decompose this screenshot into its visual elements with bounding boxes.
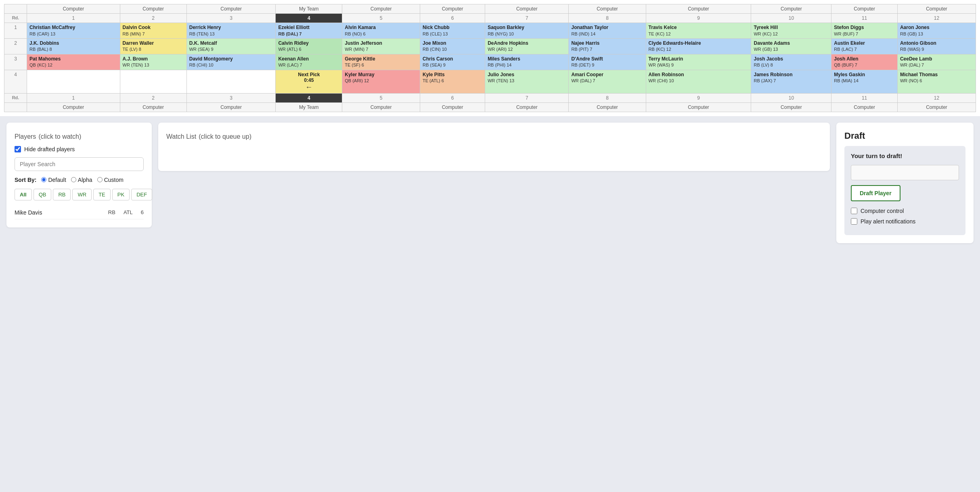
pick-r1-c10[interactable]: Tyreek HillWR (KC) 12 [751, 23, 831, 39]
draft-player-input[interactable] [851, 165, 959, 180]
pick-r4-c9[interactable]: Allen RobinsonWR (CHI) 10 [646, 70, 751, 93]
pick-r4-c10[interactable]: James RobinsonRB (JAX) 7 [751, 70, 831, 93]
round-num-11: 11 [831, 14, 898, 23]
sort-row: Sort By: Default Alpha Custom [15, 177, 144, 183]
play-alerts-checkbox[interactable] [851, 218, 857, 225]
team-col-10: Computer [751, 4, 831, 14]
team-col-3: Computer [186, 4, 276, 14]
round-num-1: 1 [27, 14, 120, 23]
pick-r3-c6[interactable]: Chris CarsonRB (SEA) 9 [420, 54, 485, 70]
pick-r4-c5[interactable]: Kyler MurrayQB (ARI) 12 [342, 70, 420, 93]
filter-tab-rb[interactable]: RB [53, 189, 71, 200]
pick-r4-c6[interactable]: Kyle PittsTE (ATL) 6 [420, 70, 485, 93]
filter-tab-all[interactable]: All [15, 189, 32, 200]
pick-r4-c11[interactable]: Myles GaskinRB (MIA) 14 [831, 70, 898, 93]
filter-tab-wr[interactable]: WR [72, 189, 92, 200]
pick-r4-c8[interactable]: Amari CooperWR (DAL) 7 [569, 70, 646, 93]
sort-alpha[interactable]: Alpha [71, 177, 92, 183]
watchlist-title-sub: (click to queue up) [199, 133, 251, 140]
sort-custom[interactable]: Custom [97, 177, 124, 183]
pick-r3-c9[interactable]: Terry McLaurinWR (WAS) 9 [646, 54, 751, 70]
team-col-5: Computer [342, 4, 420, 14]
round-num-3: 3 [186, 14, 276, 23]
filter-tab-pk[interactable]: PK [112, 189, 130, 200]
team-col-6: Computer [420, 4, 485, 14]
round-4-row: 4 Next Pick 0:45 ← Kyler MurrayQB (ARI) … [4, 70, 976, 93]
pick-r1-c8[interactable]: Jonathan TaylorRB (IND) 14 [569, 23, 646, 39]
pick-r1-c9[interactable]: Travis KelceTE (KC) 12 [646, 23, 751, 39]
pick-r3-c12[interactable]: CeeDee LambWR (DAL) 7 [897, 54, 976, 70]
pick-r2-c4-myteam[interactable]: Calvin RidleyWR (ATL) 6 [276, 38, 342, 54]
draft-table: Computer Computer Computer My Team Compu… [4, 4, 976, 112]
pick-r1-c7[interactable]: Saquon BarkleyRB (NYG) 10 [485, 23, 569, 39]
team-col-4-myteam: My Team [276, 4, 342, 14]
pick-r1-c4-myteam[interactable]: Ezekiel ElliottRB (DAL) 7 [276, 23, 342, 39]
pick-r2-c8[interactable]: Najee HarrisRB (PIT) 7 [569, 38, 646, 54]
pick-r1-c11[interactable]: Stefon DiggsWR (BUF) 7 [831, 23, 898, 39]
pick-r3-c7[interactable]: Miles SandersRB (PHI) 14 [485, 54, 569, 70]
next-pick-time: 0:45 [278, 77, 339, 83]
draft-player-button[interactable]: Draft Player [851, 185, 900, 201]
pick-r3-c11[interactable]: Josh AllenQB (BUF) 7 [831, 54, 898, 70]
pick-r3-c2[interactable]: A.J. BrownWR (TEN) 13 [120, 54, 186, 70]
pick-r2-c12[interactable]: Antonio GibsonRB (WAS) 9 [897, 38, 976, 54]
pick-r2-c11[interactable]: Austin EkelerRB (LAC) 7 [831, 38, 898, 54]
hide-drafted-label: Hide drafted players [24, 146, 75, 152]
pick-r2-c3[interactable]: D.K. MetcalfWR (SEA) 9 [186, 38, 276, 54]
pick-r3-c5[interactable]: George KittleTE (SF) 6 [342, 54, 420, 70]
pick-r1-c3[interactable]: Derrick HenryRB (TEN) 13 [186, 23, 276, 39]
pick-r2-c10[interactable]: Davante AdamsWR (GB) 13 [751, 38, 831, 54]
pick-r4-c7[interactable]: Julio JonesWR (TEN) 13 [485, 70, 569, 93]
round-num-9: 9 [646, 14, 751, 23]
round-num-8: 8 [569, 14, 646, 23]
pick-r2-c9[interactable]: Clyde Edwards-HelaireRB (KC) 12 [646, 38, 751, 54]
pick-r1-c5[interactable]: Alvin KamaraRB (NO) 6 [342, 23, 420, 39]
team-col-11: Computer [831, 4, 898, 14]
player-detail: RB ATL 6 [108, 209, 144, 215]
pick-r1-c2[interactable]: Dalvin CookRB (MIN) 7 [120, 23, 186, 39]
sort-alpha-radio[interactable] [71, 177, 76, 182]
hide-drafted-row: Hide drafted players [15, 146, 144, 152]
pick-r1-c12[interactable]: Aaron JonesRB (GB) 13 [897, 23, 976, 39]
filter-tab-qb[interactable]: QB [34, 189, 52, 200]
round-1-row: 1 Christian McCaffreyRB (CAR) 13 Dalvin … [4, 23, 976, 39]
team-col-8: Computer [569, 4, 646, 14]
round-3-label: 3 [4, 54, 27, 70]
pick-r3-c1[interactable]: Pat MahomesQB (KC) 12 [27, 54, 120, 70]
pick-r3-c4-myteam[interactable]: Keenan AllenWR (LAC) 7 [276, 54, 342, 70]
pick-r4-c3-empty [186, 70, 276, 93]
pick-r3-c8[interactable]: D'Andre SwiftRB (DET) 9 [569, 54, 646, 70]
next-pick-label: Next Pick [278, 72, 339, 77]
pick-r2-c7[interactable]: DeAndre HopkinsWR (ARI) 12 [485, 38, 569, 54]
pick-r4-c1-empty [27, 70, 120, 93]
next-pick-cell: Next Pick 0:45 ← [276, 70, 342, 93]
pick-r2-c6[interactable]: Joe MixonRB (CIN) 10 [420, 38, 485, 54]
search-input[interactable] [15, 157, 144, 171]
player-list-row[interactable]: Mike Davis RB ATL 6 [15, 206, 144, 219]
pick-r2-c1[interactable]: J.K. DobbinsRB (BAL) 8 [27, 38, 120, 54]
pick-r4-c12[interactable]: Michael ThomasWR (NO) 6 [897, 70, 976, 93]
computer-control-checkbox[interactable] [851, 208, 857, 214]
pick-r3-c10[interactable]: Josh JacobsRB (LV) 8 [751, 54, 831, 70]
player-round: 6 [141, 209, 144, 215]
sort-custom-radio[interactable] [97, 177, 103, 182]
round-num-4-myteam: 4 [276, 14, 342, 23]
sort-default[interactable]: Default [41, 177, 66, 183]
round-4-label: 4 [4, 70, 27, 93]
filter-tab-te[interactable]: TE [93, 189, 111, 200]
pick-r1-c6[interactable]: Nick ChubbRB (CLE) 13 [420, 23, 485, 39]
sort-label: Sort By: [15, 177, 36, 183]
next-pick-arrow: ← [278, 83, 339, 92]
sort-default-radio[interactable] [41, 177, 46, 182]
round-number-footer: Rd. 1 2 3 4 5 6 7 8 9 10 11 12 [4, 93, 976, 102]
player-name: Mike Davis [15, 209, 42, 216]
pick-r1-c1[interactable]: Christian McCaffreyRB (CAR) 13 [27, 23, 120, 39]
hide-drafted-checkbox[interactable] [15, 146, 21, 152]
players-title-main: Players [15, 133, 36, 140]
draft-your-turn: Your turn to draft! [851, 152, 959, 159]
pick-r2-c2[interactable]: Darren WallerTE (LV) 8 [120, 38, 186, 54]
filter-tab-def[interactable]: DEF [131, 189, 152, 200]
pick-r3-c3[interactable]: David MontgomeryRB (CHI) 10 [186, 54, 276, 70]
draft-panel: Draft Your turn to draft! Draft Player C… [836, 123, 974, 243]
pick-r2-c5[interactable]: Justin JeffersonWR (MIN) 7 [342, 38, 420, 54]
